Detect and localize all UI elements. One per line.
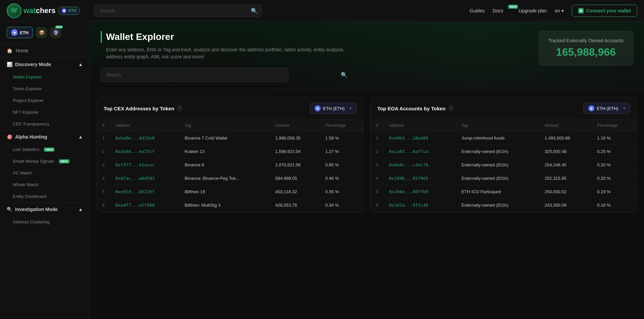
cex-token-dropdown-left: ◆ ETH (ETH) [315, 105, 344, 111]
eoa-address-2[interactable]: 0x0a4c...c44c76 [384, 158, 456, 172]
logo-area: W watchers ◆ ETH [7, 3, 87, 18]
sidebar-item-whale-watch[interactable]: Whale Watch [0, 179, 90, 191]
table-row: 2 0xca8f...8affca Externally-owned (EOA)… [371, 145, 637, 158]
cex-amount-3: 584,999.05 [270, 172, 320, 185]
sidebar-item-project-explorer[interactable]: Project Explorer [0, 95, 90, 106]
eoa-table-card: Top EOA Accounts by Token ? ◆ ETH (ETH) … [370, 97, 637, 212]
header-search-input[interactable] [94, 5, 262, 17]
new-chain-button[interactable]: 🔮 NEW [50, 27, 61, 38]
lang-chevron-icon: ▾ [561, 8, 564, 13]
sidebar-section-alpha[interactable]: 🎯 Alpha Hunting ▲ [0, 130, 90, 144]
cex-address-2[interactable]: 0xf977...41acec [110, 158, 179, 172]
alpha-icon: 🎯 [7, 134, 12, 140]
connect-wallet-button[interactable]: ◈ Connect your wallet [572, 5, 637, 17]
eoa-pct-0: 1.18 % [592, 131, 637, 145]
cex-pct-0: 1.58 % [320, 131, 363, 145]
investigation-section-icon-group: 🔍 Investigation Mode [7, 207, 58, 212]
eoa-pct-1: 0.25 % [592, 145, 637, 158]
cex-col-tag: Tag [179, 120, 270, 131]
tracked-label: Tracked Externally Owned Accounts [548, 38, 624, 43]
cex-dropdown-chevron-icon: ▾ [350, 106, 352, 111]
eoa-pct-5: 0.18 % [592, 199, 637, 212]
sidebar-item-home[interactable]: 🏠 Home [0, 44, 90, 57]
discovery-section-icon-group: 📊 Discovery Mode [7, 62, 51, 67]
sidebar-item-address-clustering[interactable]: Address Clustering [0, 216, 90, 228]
cex-table-card: Top CEX Addresses by Token ? ◆ ETH (ETH)… [97, 97, 364, 212]
tables-section: Top CEX Addresses by Token ? ◆ ETH (ETH)… [90, 90, 644, 219]
cex-col-pct: Percentage [320, 120, 363, 131]
eoa-col-tag: Tag [456, 120, 539, 131]
sidebar-item-live-statistics[interactable]: Live Statistics NEW [0, 144, 90, 155]
cex-address-4[interactable]: 0xe92d...85226f [110, 185, 179, 199]
cex-rank-0: 1 [97, 131, 110, 145]
investigation-label: Investigation Mode [15, 207, 58, 212]
eoa-col-pct: Percentage [592, 120, 637, 131]
cex-amount-5: 428,053.76 [270, 199, 320, 212]
eoa-address-3[interactable]: 0x189b...857965 [384, 172, 456, 185]
cex-address-5[interactable]: 0xa4f7...e5f980 [110, 199, 179, 212]
cex-rank-4: 5 [97, 185, 110, 199]
page-search-icon[interactable]: 🔍 [341, 72, 347, 78]
cex-token-dropdown[interactable]: ◆ ETH (ETH) ▾ [310, 103, 357, 114]
discovery-label: Discovery Mode [15, 62, 51, 67]
cex-amount-1: 1,598,923.54 [270, 145, 320, 158]
nav-guides-link[interactable]: Guides [470, 8, 484, 13]
cex-address-3[interactable]: 0x47ac...a6d503 [110, 172, 179, 185]
eth-chain-icon: ◆ [11, 29, 18, 36]
eoa-pct-2: 0.20 % [592, 158, 637, 172]
cex-amount-2: 1,070,821.56 [270, 158, 320, 172]
sidebar-item-cex-transparency[interactable]: CEX Transparency [0, 118, 90, 130]
sidebar: ◆ ETH 📦 🔮 NEW 🏠 Home 📊 Discovery Mode ▲ … [0, 21, 90, 319]
sidebar-section-discovery[interactable]: 📊 Discovery Mode ▲ [0, 57, 90, 71]
cex-address-0[interactable]: 0xbe0e...4d33e8 [110, 131, 179, 145]
cex-tag-1: Kraken 13 [179, 145, 270, 158]
eoa-col-rank: # [371, 120, 384, 131]
cex-address-1[interactable]: 0xda9d...ea73cf [110, 145, 179, 158]
header-search-area: 🔍 [94, 5, 262, 17]
header-search-icon[interactable]: 🔍 [251, 7, 258, 14]
language-selector[interactable]: en ▾ [555, 8, 564, 13]
table-row: 5 0xe92d...85226f Bitfinex 19 450,118.32… [97, 185, 363, 199]
sidebar-item-wallet-explorer[interactable]: Wallet Explorer [0, 71, 90, 83]
eoa-amount-3: 252,315.85 [539, 172, 592, 185]
nav-upgrade-link[interactable]: Upgrade plan [519, 8, 547, 13]
eth-chain-badge[interactable]: ◆ ETH [58, 7, 80, 15]
table-row: 3 0x0a4c...c44c76 Externally-owned (EOA)… [371, 158, 637, 172]
eth-chain-button[interactable]: ◆ ETH [7, 27, 33, 38]
cex-tag-0: Binance 7 Cold Wallet [179, 131, 270, 145]
eoa-address-1[interactable]: 0xca8f...8affca [384, 145, 456, 158]
sidebar-item-smart-money[interactable]: Smart Money Signals NEW [0, 155, 90, 167]
eoa-rank-5: 6 [371, 199, 384, 212]
eoa-tag-2: Externally-owned (EOA) [456, 158, 539, 172]
alpha-label: Alpha Hunting [15, 134, 47, 140]
eoa-info-icon[interactable]: ? [448, 106, 453, 111]
eoa-token-dropdown[interactable]: ◆ ETH (ETH) ▾ [583, 103, 630, 114]
page-search-input[interactable] [101, 68, 288, 82]
sidebar-section-investigation[interactable]: 🔍 Investigation Mode ▲ [0, 202, 90, 216]
cex-tag-2: Binance 8 [179, 158, 270, 172]
cex-col-rank: # [97, 120, 110, 131]
eoa-amount-4: 250,000.02 [539, 185, 592, 199]
page-title: Wallet Explorer [106, 32, 174, 42]
eoa-col-address: Address [384, 120, 456, 131]
eoa-table-header-row: # Address Tag Amount Percentage [371, 120, 637, 131]
cex-info-icon[interactable]: ? [177, 106, 182, 111]
sidebar-item-entity-dashboard[interactable]: Entity Dashboard [0, 191, 90, 202]
sidebar-item-token-explorer[interactable]: Token Explorer [0, 83, 90, 95]
sidebar-item-vc-watch[interactable]: VC Watch [0, 167, 90, 179]
eoa-address-4[interactable]: 0x2b6e...80ffb9 [384, 185, 456, 199]
cex-amount-0: 1,996,008.35 [270, 131, 320, 145]
cube-chain-button[interactable]: 📦 [36, 27, 47, 38]
eoa-address-0[interactable]: 0x40b3...18e489 [384, 131, 456, 145]
page-header: Wallet Explorer Enter any address, ENS o… [90, 21, 644, 90]
cex-col-address: Address [110, 120, 179, 131]
cex-tag-5: Bitfinex: MultiSig 3 [179, 199, 270, 212]
eoa-token-dropdown-left: ◆ ETH (ETH) [588, 105, 618, 111]
home-label: Home [16, 48, 28, 53]
eoa-table-title: Top EOA Accounts by Token ? [377, 106, 453, 111]
nav-docs-link[interactable]: Docs NEW [492, 8, 511, 13]
eoa-table-header: Top EOA Accounts by Token ? ◆ ETH (ETH) … [371, 97, 637, 120]
eoa-amount-1: 325,000.48 [539, 145, 592, 158]
eoa-address-5[interactable]: 0x3d1a...9f2c40 [384, 199, 456, 212]
sidebar-item-nft-explorer[interactable]: NFT Explorer [0, 106, 90, 118]
